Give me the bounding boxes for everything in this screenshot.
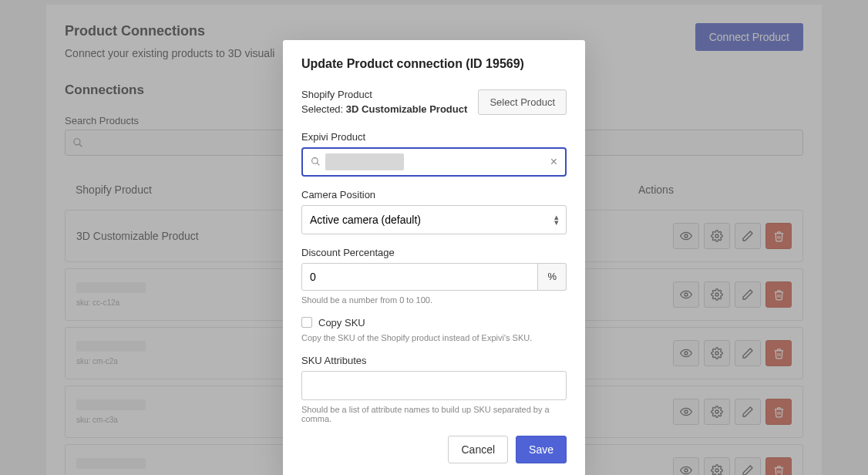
camera-position-label: Camera Position [301,189,567,200]
sku-attributes-label: SKU Attributes [301,355,567,366]
copy-sku-hint: Copy the SKU of the Shopify product inst… [301,333,567,342]
cancel-button[interactable]: Cancel [448,436,508,463]
update-connection-modal: Update Product connection (ID 19569) Sho… [283,40,585,475]
expivi-product-label: Expivi Product [301,131,567,143]
chevron-updown-icon: ▴▾ [554,214,559,225]
shopify-product-info: Shopify Product Selected: 3D Customizabl… [301,88,467,117]
search-icon [311,157,321,167]
expivi-product-search[interactable]: × [301,147,567,177]
discount-suffix: % [538,263,567,291]
save-button[interactable]: Save [516,436,567,463]
svg-point-14 [312,158,318,164]
discount-input[interactable] [301,263,538,291]
select-product-button[interactable]: Select Product [478,89,567,115]
modal-title: Update Product connection (ID 19569) [301,57,567,71]
sku-attributes-hint: Should be a list of attribute names to b… [301,405,567,423]
expivi-selected-chip [325,153,404,170]
discount-label: Discount Percentage [301,247,567,258]
camera-position-select[interactable]: Active camera (default) [301,205,567,234]
copy-sku-label: Copy SKU [318,317,365,328]
discount-hint: Should be a number from 0 to 100. [301,295,567,305]
clear-icon[interactable]: × [547,155,560,169]
svg-line-15 [317,163,319,165]
sku-attributes-input[interactable] [301,371,567,400]
copy-sku-checkbox[interactable] [301,317,312,328]
